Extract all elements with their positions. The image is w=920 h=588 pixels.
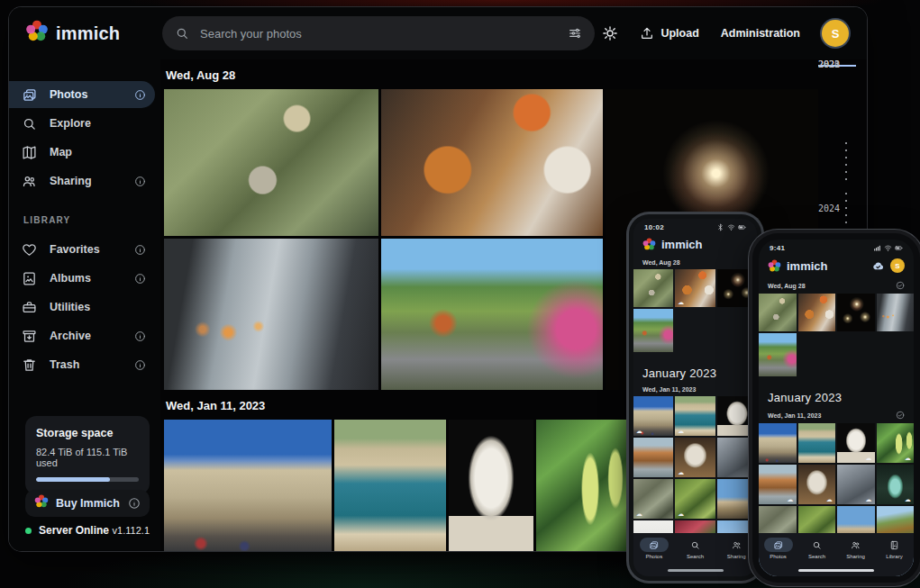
timeline-year-2024[interactable]: 2024	[818, 204, 840, 213]
nav-tab-photos[interactable]: Photos	[640, 538, 669, 559]
photo-statue-bust[interactable]	[717, 396, 757, 436]
info-icon	[134, 176, 146, 187]
briefcase-icon	[22, 300, 37, 315]
user-avatar[interactable]: S	[822, 20, 849, 47]
sidebar-item-map[interactable]: Map	[9, 139, 155, 166]
photo-autumn-path[interactable]	[633, 309, 673, 352]
date-group-header: Wed, Aug 28	[633, 255, 757, 269]
photo-fireworks[interactable]	[717, 269, 757, 307]
cloud-backup-icon: ☁	[678, 469, 684, 475]
photo-grid: ☁☁	[759, 423, 914, 465]
photo-hands-couple[interactable]	[877, 294, 915, 331]
upload-icon	[640, 26, 654, 41]
check-circle-icon	[896, 281, 905, 290]
search-input[interactable]	[200, 27, 568, 41]
nav-tab-search[interactable]: Search	[803, 538, 832, 559]
server-status: Server Online	[39, 524, 109, 537]
photo-grid	[759, 294, 914, 333]
search-icon	[22, 116, 37, 131]
user-avatar[interactable]: S	[890, 258, 905, 273]
photo-dubrovnik-walls[interactable]: ☁	[633, 396, 673, 436]
photo-monkeys-jungle[interactable]	[633, 269, 673, 307]
photo-monkeys-jungle[interactable]	[164, 89, 378, 236]
photo-grid: ☁	[633, 269, 757, 309]
photo-lizard-rocks[interactable]: ☁	[633, 479, 673, 519]
photo-statue-bust[interactable]	[449, 420, 533, 551]
photos-icon	[22, 87, 37, 103]
photo-dubrovnik-walls[interactable]	[164, 420, 332, 551]
info-icon[interactable]	[128, 497, 141, 510]
nav-tab-sharing[interactable]: Sharing	[722, 538, 751, 559]
photo-statue-relic[interactable]: ☁	[798, 465, 836, 504]
photo-fortress-bay[interactable]	[334, 420, 446, 551]
photo-statue-bust[interactable]: ☁	[837, 423, 875, 463]
sidebar-item-explore[interactable]: Explore	[9, 110, 155, 137]
nav-tab-search[interactable]: Search	[680, 538, 709, 559]
server-status-row: Server Online v1.112.1	[25, 524, 150, 537]
sidebar-item-archive[interactable]: Archive	[9, 322, 155, 349]
photo-grid	[759, 333, 914, 378]
photo-autumn-path[interactable]	[381, 239, 603, 390]
date-group-header: Wed, Jan 11, 2023	[759, 406, 914, 423]
storage-title: Storage space	[36, 427, 139, 439]
nav-tab-library[interactable]: Library	[880, 538, 909, 559]
sidebar-item-sharing[interactable]: Sharing	[9, 167, 155, 194]
top-bar: immich Upload Administration S	[9, 7, 867, 59]
cloud-backup-icon: ☁	[905, 455, 911, 461]
photo-green-plant[interactable]	[536, 420, 626, 551]
photo-beach-cliff[interactable]: ☁	[759, 465, 797, 504]
buy-immich-button[interactable]: Buy Immich	[25, 490, 150, 517]
app-title: immich	[787, 259, 828, 273]
app-title: immich	[56, 23, 120, 44]
photo-beach-cliff[interactable]	[633, 438, 673, 477]
info-icon	[134, 89, 146, 101]
sidebar-item-utilities[interactable]: Utilities	[9, 294, 155, 321]
month-header: January 2023	[633, 354, 757, 382]
phone-app-header: immich	[633, 231, 757, 255]
photo-dinner-table[interactable]	[381, 89, 603, 236]
immich-flower-icon	[642, 238, 656, 251]
nav-tab-sharing[interactable]: Sharing	[842, 538, 870, 559]
timeline-year-2020[interactable]: 2020	[818, 59, 840, 69]
photo-autumn-path[interactable]	[759, 333, 797, 376]
cloud-backup-icon: ☁	[678, 299, 684, 305]
nav-tab-photos[interactable]: Photos	[764, 538, 793, 559]
photo-dubrovnik-walls[interactable]	[759, 423, 797, 463]
immich-logo[interactable]: immich	[25, 20, 120, 47]
administration-link[interactable]: Administration	[721, 27, 800, 40]
photo-xmas-tree[interactable]: ☁	[877, 465, 915, 504]
photo-grid: ☁	[633, 438, 757, 479]
photo-fireworks[interactable]	[837, 294, 875, 331]
sidebar-item-trash[interactable]: Trash	[9, 351, 155, 378]
sidebar-item-albums[interactable]: Albums	[9, 265, 155, 292]
search-filter-icon[interactable]	[568, 26, 582, 41]
photo-rock-ruins[interactable]	[717, 438, 757, 477]
people-icon	[851, 540, 861, 550]
search-icon	[175, 26, 189, 41]
photo-lizard-moss[interactable]: ☁	[675, 479, 715, 519]
upload-button[interactable]: Upload	[640, 26, 698, 41]
status-time: 9:41	[770, 244, 785, 252]
date-group-header: Wed, Jan 11, 2023	[633, 382, 757, 396]
sidebar-item-photos[interactable]: Photos	[9, 81, 155, 108]
photo-grid: ☁☁	[633, 396, 757, 438]
photo-green-plant[interactable]: ☁	[877, 423, 915, 463]
photo-church-tower[interactable]	[717, 479, 757, 519]
cloud-backup-icon: ☁	[788, 496, 794, 502]
server-version: v1.112.1	[113, 525, 150, 536]
photo-statue-relic[interactable]: ☁	[675, 438, 715, 477]
photo-dinner-table[interactable]	[798, 294, 836, 331]
photo-rock-ruins[interactable]: ☁	[837, 465, 875, 504]
photo-hands-couple[interactable]	[164, 239, 378, 390]
photo-monkeys-jungle[interactable]	[759, 294, 797, 331]
photo-fortress-bay[interactable]	[798, 423, 836, 463]
photo-dinner-table[interactable]: ☁	[675, 269, 715, 307]
phone-status-bar: 10:02	[633, 219, 757, 231]
cloud-backup-icon: ☁	[636, 511, 642, 517]
timeline-dots	[845, 142, 847, 182]
sidebar-item-favorites[interactable]: Favorites	[9, 236, 155, 263]
photo-fortress-bay[interactable]: ☁	[675, 396, 715, 436]
theme-toggle-icon[interactable]	[602, 25, 618, 41]
upload-icon	[640, 26, 654, 41]
search-bar[interactable]	[162, 16, 595, 50]
